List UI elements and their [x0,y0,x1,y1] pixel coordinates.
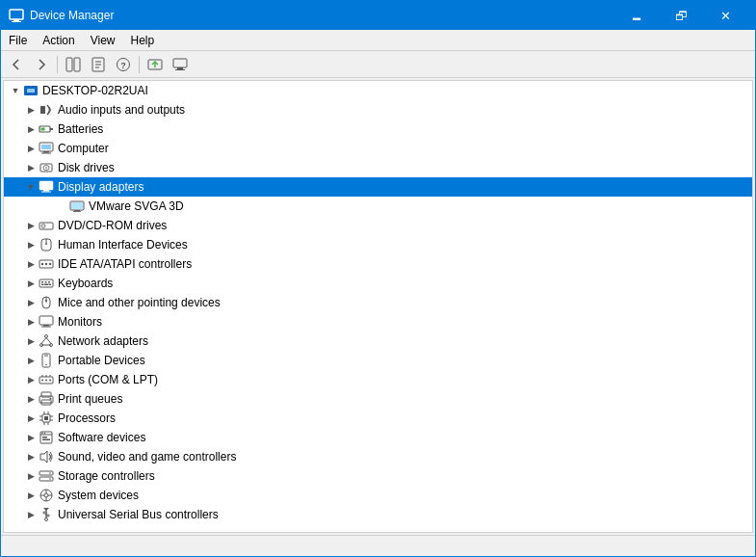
expand-portable-arrow: ▶ [23,353,39,368]
expand-software-arrow: ▶ [23,430,39,445]
tree-item-system[interactable]: ▶ System devices [4,486,752,505]
batteries-label: Batteries [58,122,103,136]
tree-item-software[interactable]: ▶ Software devices [4,428,752,447]
expand-mice-arrow: ▶ [23,295,39,310]
svg-point-71 [45,380,47,382]
tree-item-mice[interactable]: ▶ Mice and other pointing devices [4,293,752,312]
svg-rect-36 [73,211,81,212]
tree-item-computer[interactable]: ▶ Computer [4,139,752,158]
tree-item-vmware[interactable]: ▶ VMware SVGA 3D [4,197,752,216]
computer-label: Computer [58,142,109,155]
tree-item-ports[interactable]: ▶ Ports (COM & LPT) [4,370,752,389]
svg-rect-25 [41,153,51,154]
expand-system-arrow: ▶ [23,488,39,503]
software-icon [39,430,54,445]
back-button[interactable] [5,54,28,75]
tree-item-processors[interactable]: ▶ Processors [4,409,752,428]
expand-batteries-arrow: ▶ [23,121,39,137]
svg-rect-49 [45,281,47,283]
storage-icon [39,468,54,484]
tree-item-batteries[interactable]: ▶ Batteries [4,119,752,139]
computer-icon [39,141,54,156]
window-controls: 🗕 🗗 ✕ [614,1,747,30]
storage-label: Storage controllers [58,469,155,483]
toolbar: ? [1,51,755,78]
svg-rect-97 [39,471,53,475]
restore-button[interactable]: 🗗 [659,1,703,30]
ports-label: Ports (COM & LPT) [58,373,158,386]
expand-network-arrow: ▶ [23,333,39,349]
svg-text:?: ? [120,61,126,70]
tree-item-ide[interactable]: ▶ IDE ATA/ATAPI controllers [4,254,752,274]
menu-view[interactable]: View [83,30,123,50]
tree-item-displayadapters[interactable]: ▼ Display adapters [4,177,752,197]
print-label: Print queues [58,392,122,406]
expand-ide-arrow: ▶ [23,256,39,272]
dvd-label: DVD/CD-ROM drives [58,219,167,232]
display-icon [39,179,54,195]
help-button[interactable]: ? [112,54,135,75]
expand-processors-arrow: ▶ [23,411,39,426]
tree-item-audio[interactable]: ▶ Audio inputs and outputs [4,100,752,119]
expand-dvd-arrow: ▶ [23,218,39,233]
update-driver-button[interactable] [143,54,167,75]
svg-point-39 [43,225,44,226]
tree-item-dvd[interactable]: ▶ DVD/CD-ROM drives [4,216,752,235]
vmware-icon [69,199,85,214]
svg-rect-24 [43,151,49,153]
tree-root[interactable]: ▼ DESKTOP-02R2UAI [4,81,752,100]
print-icon [39,391,54,407]
expand-sound-arrow: ▶ [23,449,39,464]
close-button[interactable]: ✕ [703,1,747,30]
toolbar-separator-2 [139,56,140,73]
ide-icon [39,256,54,272]
minimize-button[interactable]: 🗕 [614,1,659,30]
sound-icon [39,449,54,464]
svg-rect-30 [40,182,52,189]
software-label: Software devices [58,431,145,444]
svg-point-93 [44,433,46,435]
tree-item-network[interactable]: ▶ Network adapters [4,332,752,351]
tree-item-usb[interactable]: ▶ Universal Serial Bus controllers [4,505,752,524]
tree-item-portable[interactable]: ▶ Portable Devices [4,351,752,370]
tree-item-storage[interactable]: ▶ Storage controllers [4,466,752,486]
tree-item-sound[interactable]: ▶ Sound, video and game controllers [4,447,752,466]
svg-rect-59 [41,327,51,328]
svg-rect-32 [41,192,51,193]
device-tree-panel[interactable]: ▼ DESKTOP-02R2UAI ▶ Audio inputs and out… [3,80,753,533]
svg-rect-20 [50,128,53,130]
properties-button[interactable] [87,54,110,75]
svg-rect-1 [13,19,19,21]
svg-point-79 [50,398,52,400]
audio-label: Audio inputs and outputs [58,103,185,117]
batteries-icon [39,121,54,137]
tree-item-keyboards[interactable]: ▶ Keyboards [4,274,752,293]
tree-item-diskdrives[interactable]: ▶ Disk drives [4,158,752,177]
svg-point-99 [49,472,51,474]
svg-rect-57 [39,316,53,325]
status-bar [1,535,755,556]
window-title: Device Manager [30,9,614,22]
svg-rect-21 [41,128,45,131]
network-label: Network adapters [58,334,148,348]
menu-action[interactable]: Action [35,30,82,50]
forward-button[interactable] [30,54,53,75]
show-devices-button[interactable] [169,54,192,75]
menu-help[interactable]: Help [123,30,163,50]
tree-item-printqueues[interactable]: ▶ Print queues [4,389,752,409]
hid-icon [39,237,54,252]
tree-item-monitors[interactable]: ▶ Monitors [4,312,752,332]
disk-label: Disk drives [58,161,115,174]
menu-file[interactable]: File [1,30,35,50]
svg-rect-14 [177,67,183,69]
tree-item-hid[interactable]: ▶ Human Interface Devices [4,235,752,254]
mice-label: Mice and other pointing devices [58,296,221,309]
show-hide-button[interactable] [62,54,85,75]
keyboards-label: Keyboards [58,277,113,290]
portable-label: Portable Devices [58,354,145,367]
svg-rect-34 [71,202,83,209]
svg-rect-58 [43,325,49,327]
svg-line-63 [41,338,46,344]
audio-icon [39,102,54,118]
menu-bar: File Action View Help [1,30,755,51]
